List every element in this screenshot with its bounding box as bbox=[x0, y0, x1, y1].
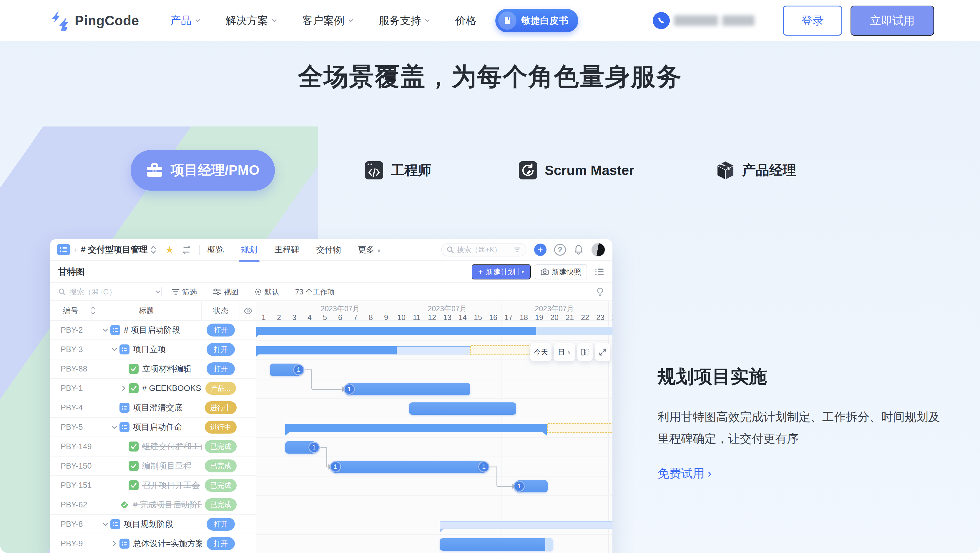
gantt-bar-task[interactable] bbox=[346, 383, 470, 395]
nav-right: 登录 立即试用 bbox=[653, 6, 934, 36]
column-header-id[interactable]: 编号 bbox=[50, 302, 91, 320]
gantt-bar-lightsum[interactable] bbox=[440, 521, 612, 529]
sliders-icon bbox=[213, 288, 221, 295]
gantt-bar-lightcont[interactable] bbox=[536, 327, 612, 335]
gantt-bar-sum[interactable] bbox=[285, 424, 547, 432]
role-tab-1[interactable]: 工程师 bbox=[365, 150, 431, 191]
status-badge[interactable]: 打开 bbox=[207, 362, 235, 375]
nav-item-4[interactable]: 价格 bbox=[455, 14, 476, 28]
login-button[interactable]: 登录 bbox=[783, 6, 842, 36]
app-tab-0[interactable]: 概览 bbox=[207, 244, 224, 255]
status-badge[interactable]: 已完成 bbox=[205, 459, 237, 472]
status-badge[interactable]: 打开 bbox=[207, 518, 235, 531]
project-switcher-icon[interactable] bbox=[150, 245, 157, 254]
nav-item-2[interactable]: 客户案例 bbox=[302, 14, 354, 28]
list-settings-icon[interactable] bbox=[595, 268, 604, 276]
dependency-count-badge[interactable]: 1 bbox=[309, 442, 320, 453]
table-row[interactable]: PBY-1# GEEKBOOKS 极...产品... bbox=[50, 379, 256, 398]
pingcode-logo-icon bbox=[50, 10, 70, 32]
role-tab-0[interactable]: 项目经理/PMO bbox=[130, 150, 275, 191]
expander-icon[interactable] bbox=[102, 326, 110, 334]
default-view-button[interactable]: 默认 bbox=[254, 287, 279, 297]
role-tab-3[interactable]: 产品经理 bbox=[716, 150, 796, 191]
table-row[interactable]: PBY-4项目澄清交底进行中 bbox=[50, 398, 256, 418]
table-row[interactable]: PBY-151召开项目开工会已完成 bbox=[50, 476, 256, 495]
filter-button[interactable]: 筛选 bbox=[172, 287, 197, 297]
status-badge[interactable]: 进行中 bbox=[205, 421, 237, 434]
nav-item-1[interactable]: 解决方案 bbox=[226, 14, 277, 28]
favorite-star-icon[interactable]: ★ bbox=[165, 244, 174, 255]
gantt-bar-sum[interactable] bbox=[256, 327, 536, 335]
status-badge[interactable]: 打开 bbox=[207, 343, 235, 356]
app-tab-3[interactable]: 交付物 bbox=[317, 244, 341, 255]
status-badge[interactable]: 进行中 bbox=[205, 401, 237, 414]
default-label: 默认 bbox=[264, 287, 279, 297]
expander-icon[interactable] bbox=[120, 385, 129, 392]
brand-logo[interactable]: PingCode bbox=[50, 10, 139, 32]
swap-icon[interactable] bbox=[181, 246, 192, 254]
fullscreen-button[interactable] bbox=[595, 343, 610, 361]
app-window: › # 交付型项目管理 ★ 概览规划里程碑交付物更多 ∨ 搜索（⌘+K） + ? bbox=[50, 239, 612, 553]
expander-icon[interactable] bbox=[111, 346, 119, 353]
table-row[interactable]: PBY-2# 项目启动阶段打开 bbox=[50, 321, 256, 340]
gantt-bar-sum[interactable] bbox=[256, 346, 397, 354]
tips-bulb-icon[interactable] bbox=[596, 287, 604, 297]
status-badge[interactable]: 产品... bbox=[205, 382, 236, 395]
dependency-count-badge[interactable]: 1 bbox=[330, 461, 341, 472]
app-tab-2[interactable]: 里程碑 bbox=[275, 244, 299, 255]
gantt-bar-task[interactable] bbox=[409, 402, 516, 415]
role-tab-2[interactable]: Scrum Master bbox=[519, 150, 634, 191]
table-row[interactable]: PBY-149组建交付群和工作台已完成 bbox=[50, 437, 256, 456]
expander-icon[interactable] bbox=[102, 520, 110, 528]
table-row[interactable]: PBY-8项目规划阶段打开 bbox=[50, 515, 256, 534]
eye-icon[interactable] bbox=[240, 302, 256, 320]
whitepaper-badge[interactable]: 敏捷白皮书 bbox=[495, 9, 578, 32]
status-badge[interactable]: 打开 bbox=[207, 537, 235, 550]
new-plan-button[interactable]: + 新建计划 ▾ bbox=[472, 264, 531, 280]
gantt-bar-task[interactable] bbox=[332, 461, 485, 473]
app-tab-1[interactable]: 规划 bbox=[241, 244, 258, 255]
table-row[interactable]: PBY-9总体设计=实施方案（...打开 bbox=[50, 534, 256, 553]
gantt-bar-dashed[interactable] bbox=[547, 423, 612, 433]
gantt-bar-dashed[interactable] bbox=[470, 345, 531, 355]
status-badge[interactable]: 已完成 bbox=[205, 440, 237, 453]
create-new-button[interactable]: + bbox=[534, 243, 547, 256]
table-row[interactable]: PBY-88立项材料编辑打开 bbox=[50, 359, 256, 379]
column-header-status[interactable]: 状态 bbox=[202, 302, 240, 320]
table-row[interactable]: PBY-62# 完成项目启动阶段...已完成 bbox=[50, 495, 256, 515]
divider bbox=[199, 245, 200, 255]
help-icon[interactable]: ? bbox=[554, 244, 566, 256]
expander-icon[interactable] bbox=[111, 540, 119, 547]
table-row[interactable]: PBY-150编制项目章程已完成 bbox=[50, 456, 256, 476]
table-row[interactable]: PBY-3项目立项打开 bbox=[50, 340, 256, 359]
zoom-unit-select[interactable]: 日∨ bbox=[554, 343, 575, 361]
workitem-icon bbox=[119, 422, 129, 432]
nav-item-0[interactable]: 产品 bbox=[170, 14, 201, 28]
notifications-bell-icon[interactable] bbox=[574, 245, 584, 255]
new-snapshot-button[interactable]: 新建快照 bbox=[535, 264, 587, 280]
dependency-count-badge[interactable]: 1 bbox=[293, 364, 304, 375]
dependency-count-badge[interactable]: 1 bbox=[478, 461, 489, 472]
project-folder-icon[interactable] bbox=[57, 244, 70, 255]
dependency-count-badge[interactable]: 1 bbox=[514, 481, 525, 492]
nav-item-3[interactable]: 服务支持 bbox=[379, 14, 431, 28]
view-settings-button[interactable]: 视图 bbox=[213, 287, 239, 297]
expander-icon[interactable] bbox=[111, 423, 119, 431]
today-button[interactable]: 今天 bbox=[530, 343, 552, 361]
status-badge[interactable]: 已完成 bbox=[205, 498, 237, 511]
app-search-input[interactable]: 搜索（⌘+K） bbox=[441, 243, 527, 256]
try-now-button[interactable]: 立即试用 bbox=[851, 6, 934, 36]
status-badge[interactable]: 打开 bbox=[207, 324, 235, 337]
split-view-button[interactable] bbox=[578, 343, 593, 361]
gantt-bar-lightbord[interactable] bbox=[397, 346, 470, 354]
table-row[interactable]: PBY-5项目启动任命进行中 bbox=[50, 418, 256, 437]
gantt-search-input[interactable]: 搜索（⌘+G） bbox=[58, 287, 161, 297]
free-trial-link[interactable]: 免费试用 › bbox=[657, 466, 946, 481]
app-tab-4[interactable]: 更多 ∨ bbox=[358, 244, 381, 255]
gantt-bar-task[interactable] bbox=[440, 538, 553, 551]
status-badge[interactable]: 已完成 bbox=[205, 479, 237, 492]
user-avatar[interactable] bbox=[591, 243, 605, 257]
column-header-title[interactable]: 标题 bbox=[91, 302, 202, 320]
breadcrumb-project-title[interactable]: # 交付型项目管理 bbox=[81, 244, 148, 256]
dependency-count-badge[interactable]: 1 bbox=[344, 384, 355, 395]
